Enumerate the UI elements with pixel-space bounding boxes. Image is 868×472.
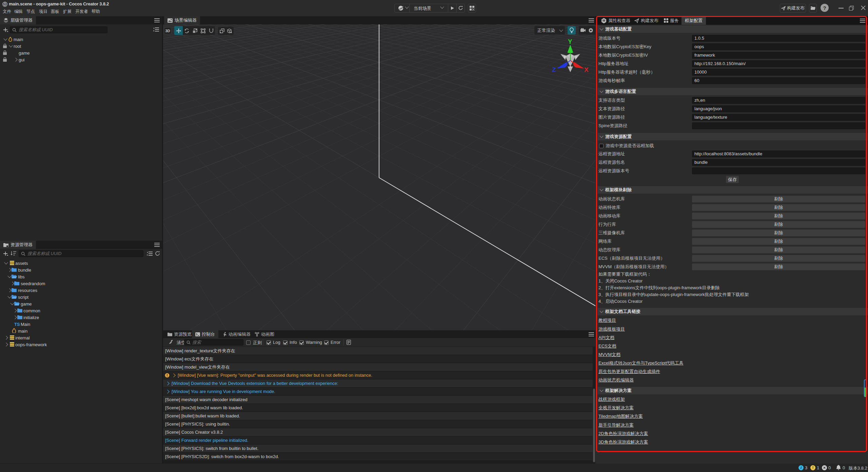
svg-text:Y: Y: [568, 38, 572, 45]
svg-text:Z: Z: [552, 66, 556, 73]
svg-text:X: X: [584, 66, 589, 73]
